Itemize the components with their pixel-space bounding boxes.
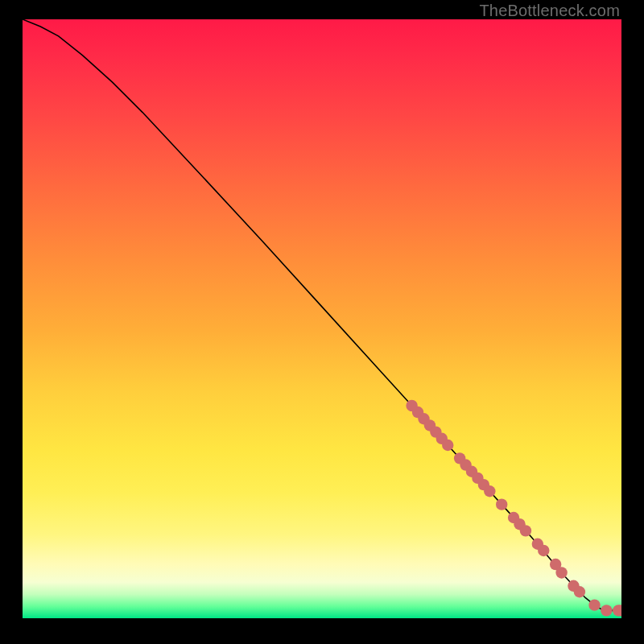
data-point: [555, 567, 567, 578]
plot-svg: [23, 19, 621, 618]
data-point: [601, 605, 612, 616]
markers-group: [406, 400, 621, 617]
data-point: [574, 586, 585, 597]
data-point: [588, 599, 600, 610]
bottleneck-curve: [23, 19, 621, 610]
watermark-text: TheBottleneck.com: [479, 2, 620, 20]
plot-area: [23, 19, 621, 618]
data-point: [442, 440, 453, 451]
data-point: [484, 485, 495, 497]
data-point: [496, 498, 507, 510]
chart-stage: TheBottleneck.com: [0, 0, 644, 644]
data-point: [520, 525, 531, 536]
data-point: [538, 545, 549, 556]
